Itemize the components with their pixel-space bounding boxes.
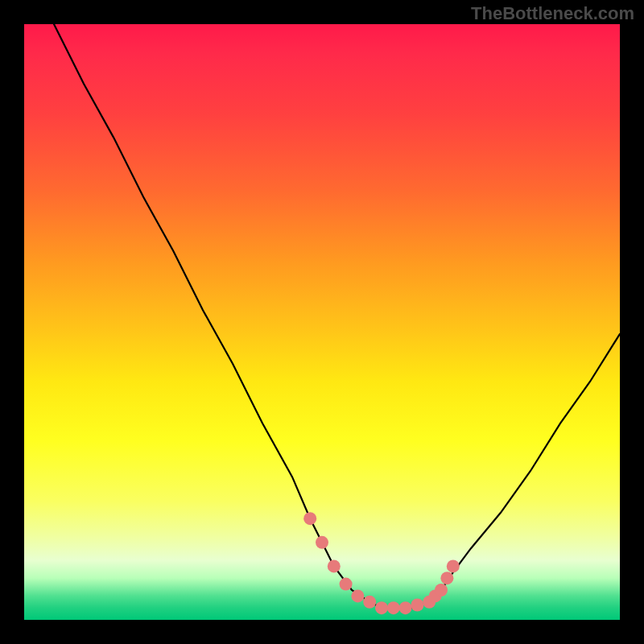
data-point	[447, 559, 460, 572]
data-point	[399, 601, 412, 614]
data-point	[316, 536, 328, 549]
chart-svg	[24, 24, 620, 620]
curve-line	[54, 24, 620, 608]
watermark-text: TheBottleneck.com	[471, 3, 634, 24]
plot-area	[24, 24, 620, 620]
data-point	[363, 596, 376, 609]
data-point	[435, 584, 448, 597]
data-point	[387, 601, 400, 614]
data-point	[340, 578, 353, 591]
data-point	[375, 601, 388, 614]
data-point	[303, 512, 316, 525]
data-point	[411, 599, 423, 612]
data-point	[351, 589, 364, 602]
dot-markers	[303, 512, 460, 614]
data-point	[440, 572, 453, 584]
data-point	[328, 559, 341, 572]
